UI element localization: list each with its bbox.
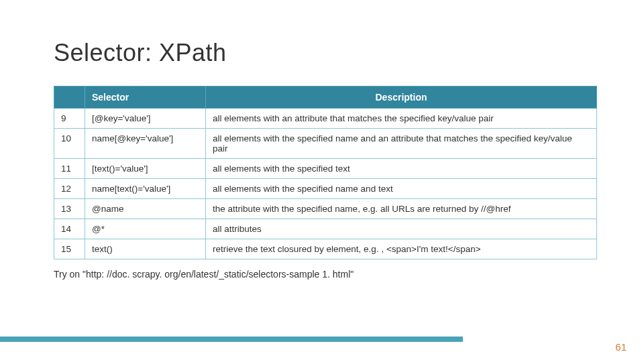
table-row: 12 name[text()='value'] all elements wit… [54, 179, 597, 199]
page-number: 61 [615, 341, 627, 353]
cell-selector: name[@key='value'] [85, 129, 206, 159]
header-description: Description [206, 86, 597, 109]
note-text: Try on "http: //doc. scrapy. org/en/late… [54, 269, 597, 280]
cell-selector: [text()='value'] [85, 159, 206, 179]
cell-selector: @* [85, 219, 206, 239]
cell-selector: text() [85, 239, 206, 259]
footer-accent-bar [0, 337, 463, 342]
header-num [54, 86, 85, 109]
cell-description: all elements with the specified name and… [206, 129, 597, 159]
cell-selector: name[text()='value'] [85, 179, 206, 199]
cell-selector: @name [85, 199, 206, 219]
cell-description: all elements with the specified text [206, 159, 597, 179]
cell-description: retrieve the text closured by element, e… [206, 239, 597, 259]
header-selector: Selector [85, 86, 206, 109]
table-row: 11 [text()='value'] all elements with th… [54, 159, 597, 179]
cell-selector: [@key='value'] [85, 109, 206, 129]
table-row: 14 @* all attributes [54, 219, 597, 239]
slide-title: Selector: XPath [54, 39, 597, 67]
cell-num: 13 [54, 199, 85, 219]
table-header-row: Selector Description [54, 86, 597, 109]
cell-num: 14 [54, 219, 85, 239]
cell-num: 12 [54, 179, 85, 199]
cell-num: 15 [54, 239, 85, 259]
cell-description: the attribute with the specified name, e… [206, 199, 597, 219]
cell-description: all elements with the specified name and… [206, 179, 597, 199]
table-row: 13 @name the attribute with the specifie… [54, 199, 597, 219]
cell-num: 9 [54, 109, 85, 129]
table-row: 15 text() retrieve the text closured by … [54, 239, 597, 259]
cell-description: all attributes [206, 219, 597, 239]
cell-num: 11 [54, 159, 85, 179]
selector-table: Selector Description 9 [@key='value'] al… [54, 86, 597, 259]
table-row: 9 [@key='value'] all elements with an at… [54, 109, 597, 129]
cell-description: all elements with an attribute that matc… [206, 109, 597, 129]
cell-num: 10 [54, 129, 85, 159]
table-row: 10 name[@key='value'] all elements with … [54, 129, 597, 159]
